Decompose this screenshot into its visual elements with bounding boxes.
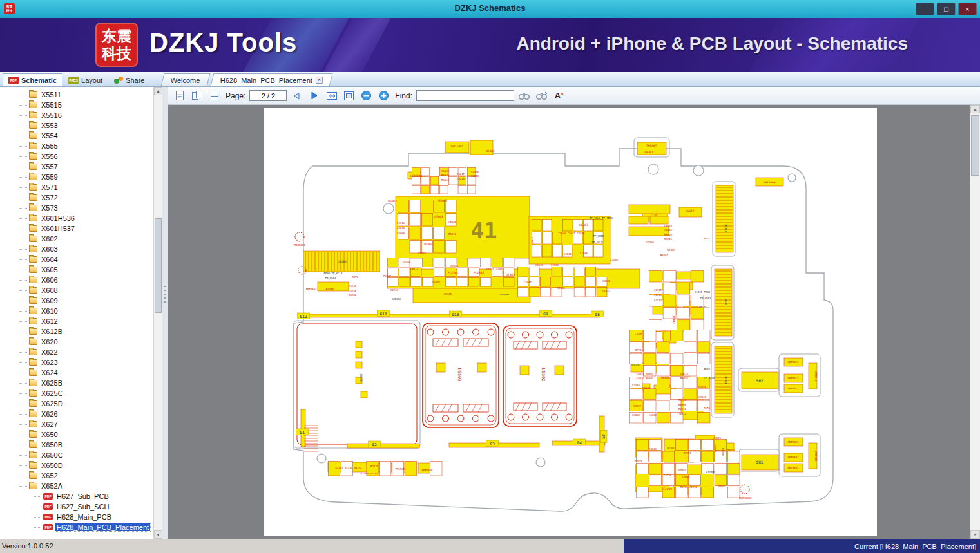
- tree-folder-x650d[interactable]: X650D: [0, 460, 153, 471]
- svg-text:R6500: R6500: [678, 398, 687, 402]
- tree-folder-x555[interactable]: X555: [0, 141, 153, 151]
- tree-file-h627_sub_sch[interactable]: PDFH627_Sub_SCH: [0, 501, 153, 512]
- svg-text:C1055 PDN1: C1055 PDN1: [695, 290, 711, 294]
- svg-text:U6503: U6503: [457, 368, 462, 381]
- tree-folder-x612[interactable]: X612: [0, 316, 153, 326]
- scroll-down-icon[interactable]: ▼: [154, 530, 162, 539]
- panel-splitter[interactable]: [162, 87, 168, 539]
- zoom-in-icon[interactable]: [376, 88, 391, 103]
- tree-folder-x652[interactable]: X652: [0, 471, 153, 481]
- tree-folder-x601h537[interactable]: X601H537: [0, 223, 153, 234]
- tree-file-h628_main_pcb[interactable]: PDFH628_Main_PCB: [0, 512, 153, 522]
- text-size-icon[interactable]: Aa: [552, 88, 566, 103]
- zoom-out-icon[interactable]: [359, 88, 374, 103]
- svg-text:G3: G3: [490, 442, 495, 447]
- single-page-view-icon[interactable]: [172, 88, 187, 103]
- svg-text:C6246: C6246: [349, 285, 357, 288]
- scroll-up-icon[interactable]: ▲: [970, 105, 980, 113]
- close-button[interactable]: ×: [958, 3, 977, 15]
- tree-folder-x553[interactable]: X553: [0, 120, 153, 131]
- viewer-scrollbar-thumb[interactable]: [971, 115, 979, 176]
- tree-folder-x623[interactable]: X623: [0, 357, 153, 368]
- scroll-up-icon[interactable]: ▲: [154, 87, 162, 95]
- tree-folder-x620[interactable]: X620: [0, 337, 153, 347]
- tree-item-label: X559: [40, 173, 59, 181]
- tree-folder-x5516[interactable]: X5516: [0, 110, 153, 120]
- ribbon-tab-share[interactable]: Share: [108, 73, 150, 86]
- minimize-button[interactable]: –: [916, 3, 934, 15]
- tree-folder-x554[interactable]: X554: [0, 131, 153, 141]
- tree-folder-x652a[interactable]: X652A: [0, 481, 153, 491]
- tree-folder-x557[interactable]: X557: [0, 162, 153, 172]
- facing-pages-view-icon[interactable]: [189, 88, 204, 103]
- tree-folder-x612b[interactable]: X612B: [0, 326, 153, 337]
- doc-tab-welcome[interactable]: Welcome: [161, 73, 211, 86]
- tree-folder-x572[interactable]: X572: [0, 192, 153, 203]
- tree-folder-x650[interactable]: X650: [0, 429, 153, 440]
- tree-folder-x5511[interactable]: X5511: [0, 89, 153, 100]
- tree-item-label: H627_Sub_PCB: [55, 492, 110, 500]
- tree-folder-x625d[interactable]: X625D: [0, 398, 153, 409]
- tree-folder-x625c[interactable]: X625C: [0, 388, 153, 398]
- tree-folder-x605[interactable]: X605: [0, 265, 153, 275]
- ribbon-tab-label: Layout: [81, 77, 102, 84]
- ribbon-tab-schematic[interactable]: PDFSchematic: [3, 73, 62, 86]
- tree-folder-x610[interactable]: X610: [0, 306, 153, 316]
- find-next-icon[interactable]: [534, 88, 549, 103]
- page-number-input[interactable]: [249, 90, 287, 101]
- folder-icon: [29, 400, 37, 407]
- tree-folder-x624[interactable]: X624: [0, 368, 153, 378]
- tree-folder-x609[interactable]: X609: [0, 295, 153, 306]
- svg-text:C3229: C3229: [713, 436, 722, 440]
- document-tabs: WelcomeH628_Main_PCB_Placement×: [159, 73, 331, 86]
- tree-file-h627_sub_pcb[interactable]: PDFH627_Sub_PCB: [0, 491, 153, 501]
- tree-folder-x604[interactable]: X604: [0, 254, 153, 265]
- tree-folder-x650b[interactable]: X650B: [0, 440, 153, 450]
- doc-tab-h628_main_pcb_placement[interactable]: H628_Main_PCB_Placement×: [211, 73, 333, 86]
- tree-folder-x650c[interactable]: X650C: [0, 450, 153, 460]
- viewer-canvas[interactable]: G12G11G10G9G8G5G1G2G3G4LED2302U6302TP630…: [168, 105, 970, 539]
- tree-connector: [34, 527, 41, 528]
- pdf-icon: PDF: [8, 77, 19, 84]
- next-page-icon[interactable]: [307, 88, 322, 103]
- tree-connector: [19, 126, 27, 126]
- tree-file-h628_main_pcb_placement[interactable]: PDFH628_Main_PCB_Placement: [0, 522, 153, 532]
- tree-folder-x627[interactable]: X627: [0, 419, 153, 429]
- continuous-view-icon[interactable]: [207, 88, 222, 103]
- folder-icon: [29, 411, 37, 417]
- tree-connector: [19, 373, 27, 373]
- tree-folder-x559[interactable]: X559: [0, 172, 153, 182]
- tree-folder-x5515[interactable]: X5515: [0, 100, 153, 110]
- ribbon-tab-layout[interactable]: PADSLayout: [62, 73, 108, 86]
- svg-text:C6034 R6002: C6034 R6002: [637, 377, 654, 380]
- tree-folder-x573[interactable]: X573: [0, 203, 153, 213]
- find-input[interactable]: [416, 90, 514, 101]
- tree-folder-x603[interactable]: X603: [0, 244, 153, 254]
- tab-close-icon[interactable]: ×: [316, 77, 323, 84]
- svg-text:MARK001: MARK001: [294, 243, 305, 247]
- scroll-down-icon[interactable]: ▼: [970, 530, 980, 539]
- tree-folder-x622[interactable]: X622: [0, 347, 153, 357]
- tree-connector: [19, 362, 27, 363]
- viewer-scrollbar[interactable]: ▲ ▼: [970, 105, 980, 539]
- find-previous-icon[interactable]: [517, 88, 532, 103]
- tree-folder-x571[interactable]: X571: [0, 182, 153, 192]
- tree-folder-x625b[interactable]: X625B: [0, 378, 153, 388]
- tree-folder-x606[interactable]: X606: [0, 275, 153, 285]
- svg-text:C6311: C6311: [410, 267, 419, 270]
- tree-folder-x601h536[interactable]: X601H536: [0, 213, 153, 223]
- tree-folder-x626[interactable]: X626: [0, 409, 153, 419]
- fit-page-icon[interactable]: [341, 88, 356, 103]
- tree-connector: [19, 156, 27, 157]
- tree-connector: [19, 208, 27, 209]
- fit-width-icon[interactable]: [324, 88, 339, 103]
- svg-text:N6506: N6506: [678, 403, 687, 406]
- tree-scrollbar[interactable]: ▲ ▼: [153, 87, 162, 539]
- svg-text:TP_WWEN: TP_WWEN: [593, 234, 604, 238]
- tree-folder-x602[interactable]: X602: [0, 234, 153, 244]
- tree-folder-x608[interactable]: X608: [0, 285, 153, 295]
- tree-scrollbar-thumb[interactable]: [155, 218, 162, 313]
- tree-folder-x556[interactable]: X556: [0, 151, 153, 162]
- previous-page-icon[interactable]: [289, 88, 304, 103]
- maximize-button[interactable]: □: [937, 3, 956, 15]
